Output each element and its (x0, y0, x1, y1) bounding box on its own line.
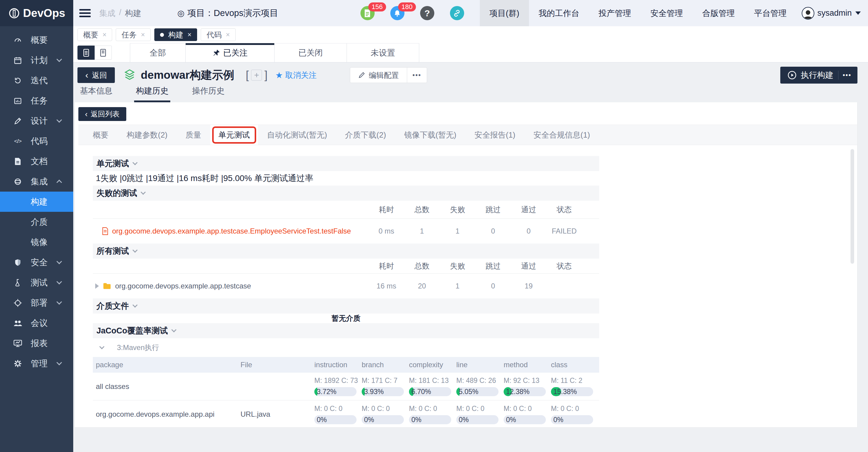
board-view-button[interactable] (95, 46, 112, 60)
menu-toggle-icon[interactable] (79, 7, 91, 19)
close-icon[interactable]: × (141, 31, 145, 39)
chevron-down-icon[interactable] (133, 160, 138, 165)
subtab-build-history[interactable]: 构建历史 (134, 85, 170, 102)
failed-test-row: org.gocome.devops.example.app.testcase.E… (93, 219, 599, 244)
chevron-up-icon (56, 179, 62, 185)
breadcrumb-parent[interactable]: 集成 (99, 8, 116, 19)
avatar (802, 7, 814, 20)
pin-icon (213, 49, 220, 57)
detail-tab-auto-test[interactable]: 自动化测试(暂无) (258, 125, 336, 145)
failed-tests-header: 耗时 总数 失败 跳过 通过 状态 (93, 201, 599, 219)
collapse-chevron-icon[interactable] (99, 344, 104, 349)
add-button[interactable]: + (251, 70, 262, 81)
chevron-down-icon[interactable] (133, 248, 138, 253)
package-name[interactable]: org.gocome.devops.example.app.testcase (115, 282, 251, 290)
panel-scrollbar[interactable] (850, 149, 854, 264)
detail-tab-overview[interactable]: 概要 (84, 125, 118, 145)
sidebar-item-iteration[interactable]: 迭代 (0, 70, 73, 90)
filter-tab-unset[interactable]: 未设置 (347, 44, 419, 62)
detail-tab-quality[interactable]: 质量 (177, 125, 210, 145)
filter-tab-followed[interactable]: 已关注 (186, 44, 275, 62)
failed-test-name[interactable]: org.gocome.devops.example.app.testcase.E… (112, 227, 351, 235)
tab-overview[interactable]: 概要× (78, 28, 112, 41)
logo[interactable]: DevOps (0, 0, 73, 26)
help-icon[interactable]: ? (420, 6, 434, 20)
document-icon (13, 157, 22, 166)
jacoco-row-api: org.gocome.devops.example.app.api URL.ja… (93, 400, 599, 428)
list-view-button[interactable] (78, 46, 95, 60)
detail-tab-image-download[interactable]: 镜像下载(暂无) (395, 125, 465, 145)
chevron-down-icon[interactable] (133, 303, 138, 308)
detail-tabs: 概要 构建参数(2) 质量 单元测试 自动化测试(暂无) 介质下载(2) 镜像下… (79, 124, 858, 145)
sidebar-item-test[interactable]: 测试 (0, 273, 73, 293)
chevron-down-icon (56, 117, 62, 122)
project-switcher[interactable]: ◎ 项目：Devops演示项目 (178, 7, 278, 19)
close-icon[interactable]: × (187, 31, 191, 39)
tab-tasks[interactable]: 任务× (116, 28, 150, 41)
tab-code[interactable]: 代码× (201, 28, 236, 41)
pencil-ruler-icon (13, 116, 22, 125)
sidebar-item-meetings[interactable]: 会议 (0, 313, 73, 333)
edit-config-button[interactable]: 编辑配置 (350, 67, 407, 83)
section-media-files: 介质文件 (93, 299, 599, 313)
detail-tab-unit-test[interactable]: 单元测试 (210, 125, 258, 145)
breadcrumb-separator: / (119, 8, 121, 19)
list-view-icon (83, 49, 90, 57)
sidebar-item-admin[interactable]: 管理 (0, 353, 73, 373)
filter-tab-all[interactable]: 全部 (130, 44, 186, 62)
sidebar-item-reports[interactable]: 报表 (0, 333, 73, 353)
sidebar-item-overview[interactable]: 概要 (0, 30, 73, 50)
breadcrumb-current: 构建 (125, 8, 141, 19)
sidebar-item-deploy[interactable]: 部署 (0, 293, 73, 313)
detail-tab-artifact-download[interactable]: 介质下载(2) (336, 125, 395, 145)
divider (838, 70, 838, 80)
sidebar-item-tasks[interactable]: 任务 (0, 90, 73, 111)
close-icon[interactable]: × (226, 31, 230, 39)
page-background (73, 428, 868, 452)
detail-tab-security-report[interactable]: 安全报告(1) (465, 125, 524, 145)
sidebar-item-design[interactable]: 设计 (0, 111, 73, 131)
detail-tab-compliance[interactable]: 安全合规信息(1) (524, 125, 599, 145)
topnav-workbench[interactable]: 我的工作台 (529, 0, 589, 26)
topnav-version[interactable]: 合版管理 (692, 0, 744, 26)
sidebar-item-images[interactable]: 镜像 (0, 232, 73, 252)
back-to-list-button[interactable]: ‹ 返回列表 (79, 107, 126, 121)
close-icon[interactable]: × (102, 31, 106, 39)
run-more-button[interactable]: ••• (840, 71, 858, 79)
code-icon: </> (13, 137, 22, 146)
topnav-platform[interactable]: 平台管理 (744, 0, 796, 26)
project-icon: ◎ (178, 8, 185, 18)
sidebar-item-docs[interactable]: 文档 (0, 151, 73, 171)
project-label: 项目：Devops演示项目 (187, 7, 278, 19)
logo-text: DevOps (23, 7, 65, 20)
tab-build-active[interactable]: 构建× (154, 28, 197, 41)
edit-more-button[interactable]: ••• (407, 67, 427, 83)
open-tabs-strip: 概要× 任务× 构建× 代码× (73, 26, 868, 43)
sidebar-item-code[interactable]: </> 代码 (0, 131, 73, 151)
sidebar-item-plan[interactable]: 计划 (0, 50, 73, 70)
pencil-icon (358, 72, 365, 79)
sidebar-item-artifacts[interactable]: 介质 (0, 212, 73, 232)
detail-tab-build-params[interactable]: 构建参数(2) (118, 125, 177, 145)
run-build-button[interactable]: 执行构建 ••• (780, 67, 858, 84)
expand-caret-icon[interactable] (95, 283, 99, 289)
sidebar-item-build[interactable]: 构建 (0, 192, 73, 212)
unfollow-link[interactable]: 取消关注 (285, 70, 317, 81)
topnav-release[interactable]: 投产管理 (589, 0, 641, 26)
user-menu[interactable]: sysadmin (796, 7, 868, 20)
coverage-bar: 6.70% (409, 387, 451, 396)
topnav-projects[interactable]: 项目(群) (480, 0, 529, 26)
topnav-security[interactable]: 安全管理 (641, 0, 692, 26)
back-button[interactable]: ‹ 返回 (78, 67, 115, 83)
section-all-tests: 所有测试 (93, 244, 599, 259)
sidebar-item-integration[interactable]: 集成 (0, 171, 73, 192)
chevron-down-icon[interactable] (172, 328, 177, 333)
filter-tab-closed[interactable]: 已关闭 (275, 44, 347, 62)
coverage-bar: 3.93% (362, 387, 404, 396)
subtab-basic-info[interactable]: 基本信息 (78, 85, 114, 102)
people-icon (13, 319, 22, 328)
chevron-down-icon[interactable] (141, 190, 146, 195)
subtab-operation-history[interactable]: 操作历史 (190, 85, 226, 102)
sidebar-item-security[interactable]: 安全 (0, 252, 73, 273)
link-icon[interactable] (450, 6, 464, 20)
